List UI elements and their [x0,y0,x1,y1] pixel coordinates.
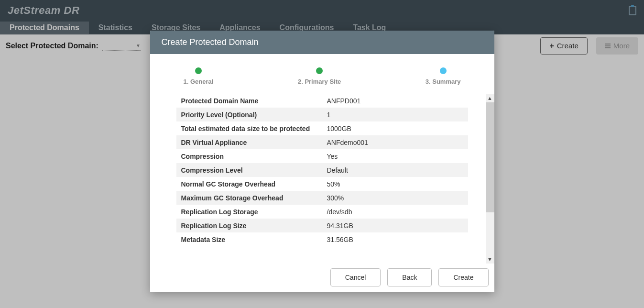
scrollbar[interactable]: ▲ ▼ [486,94,494,264]
summary-row: Compression LevelDefault [176,163,468,177]
summary-label: DR Virtual Appliance [176,135,322,149]
scroll-thumb[interactable] [486,102,494,212]
step-label: 1. General [184,78,214,85]
wizard-stepper: 1. General 2. Primary Site 3. Summary [150,54,494,94]
summary-row: Total estimated data size to be protecte… [176,121,468,135]
summary-row: CompressionYes [176,149,468,163]
summary-row: Priority Level (Optional)1 [176,108,468,121]
modal-body: Protected Domain NameANFPD001Priority Le… [150,94,494,264]
modal-title: Create Protected Domain [150,31,494,54]
back-button[interactable]: Back [387,268,432,286]
modal-footer: Cancel Back Create [150,264,494,292]
summary-label: Metadata Size [176,232,322,246]
step-primary-site[interactable]: 2. Primary Site [298,67,341,85]
summary-label: Replication Log Size [176,219,322,232]
summary-value: ANFPD001 [322,94,468,108]
summary-value: ANFdemo001 [322,135,468,149]
summary-value: Default [322,163,468,177]
step-dot-icon [195,67,202,74]
scroll-down-icon[interactable]: ▼ [486,255,494,264]
modal-overlay: Create Protected Domain 1. General 2. Pr… [0,0,644,308]
step-dot-icon [440,67,447,74]
summary-row: Metadata Size31.56GB [176,232,468,246]
summary-value: 1000GB [322,121,468,135]
step-dot-icon [316,67,323,74]
summary-row: Replication Log Size94.31GB [176,219,468,232]
summary-label: Maximum GC Storage Overhead [176,191,322,205]
create-protected-domain-modal: Create Protected Domain 1. General 2. Pr… [150,31,494,292]
summary-row: Maximum GC Storage Overhead300% [176,191,468,205]
summary-table: Protected Domain NameANFPD001Priority Le… [176,94,468,246]
summary-row: DR Virtual ApplianceANFdemo001 [176,135,468,149]
step-label: 2. Primary Site [298,78,341,85]
cancel-button[interactable]: Cancel [330,268,381,286]
summary-label: Compression Level [176,163,322,177]
step-general[interactable]: 1. General [184,67,214,85]
summary-label: Compression [176,149,322,163]
summary-label: Protected Domain Name [176,94,322,108]
summary-label: Total estimated data size to be protecte… [176,121,322,135]
summary-label: Priority Level (Optional) [176,108,322,121]
summary-value: /dev/sdb [322,205,468,219]
summary-value: 94.31GB [322,219,468,232]
summary-label: Normal GC Storage Overhead [176,177,322,191]
summary-label: Replication Log Storage [176,205,322,219]
summary-row: Replication Log Storage/dev/sdb [176,205,468,219]
step-label: 3. Summary [426,78,461,85]
summary-value: 50% [322,177,468,191]
summary-row: Normal GC Storage Overhead50% [176,177,468,191]
summary-value: 1 [322,108,468,121]
create-submit-button[interactable]: Create [438,268,488,286]
summary-value: Yes [322,149,468,163]
summary-value: 31.56GB [322,232,468,246]
step-summary[interactable]: 3. Summary [426,67,461,85]
summary-row: Protected Domain NameANFPD001 [176,94,468,108]
summary-value: 300% [322,191,468,205]
scroll-up-icon[interactable]: ▲ [486,94,494,102]
